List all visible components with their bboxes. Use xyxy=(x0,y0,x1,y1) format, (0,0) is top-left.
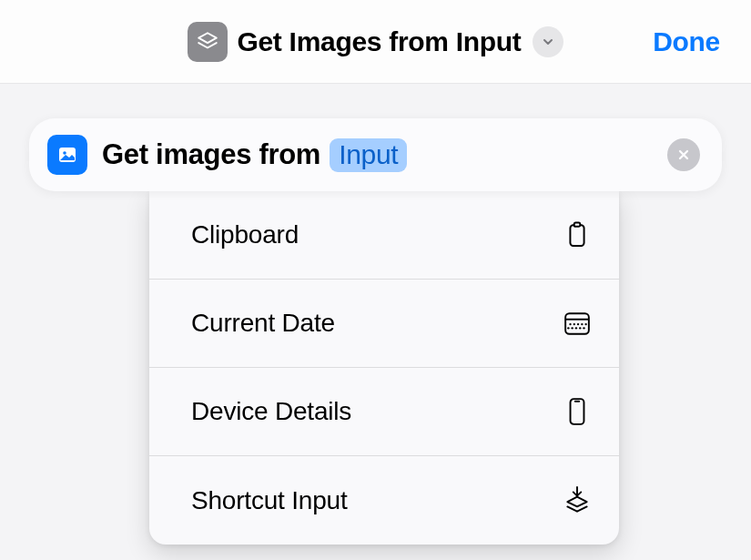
svg-point-14 xyxy=(579,327,581,329)
done-button[interactable]: Done xyxy=(653,26,720,57)
action-card: Get images from Input xyxy=(29,118,722,191)
action-text: Get images from Input xyxy=(102,138,407,172)
svg-point-15 xyxy=(583,327,584,329)
menu-item-current-date[interactable]: Current Date xyxy=(149,280,619,368)
svg-point-6 xyxy=(569,323,571,325)
action-prefix: Get images from xyxy=(102,138,320,171)
close-icon[interactable] xyxy=(667,138,700,171)
svg-rect-16 xyxy=(571,399,584,424)
chevron-down-icon[interactable] xyxy=(533,26,563,57)
shortcut-input-icon xyxy=(561,486,594,515)
menu-item-shortcut-input[interactable]: Shortcut Input xyxy=(149,456,619,545)
svg-point-7 xyxy=(573,323,575,325)
image-icon xyxy=(47,135,87,175)
menu-item-device-details[interactable]: Device Details xyxy=(149,368,619,456)
svg-point-10 xyxy=(584,323,586,325)
svg-point-9 xyxy=(581,323,583,325)
svg-point-12 xyxy=(571,327,573,329)
svg-point-1 xyxy=(63,151,66,155)
layers-icon xyxy=(188,22,228,62)
svg-point-13 xyxy=(575,327,577,329)
menu-item-label: Current Date xyxy=(191,309,335,338)
menu-item-clipboard[interactable]: Clipboard xyxy=(149,191,619,280)
page-title: Get Images from Input xyxy=(237,26,521,57)
menu-item-label: Shortcut Input xyxy=(191,486,348,515)
svg-point-8 xyxy=(577,323,579,325)
header-title-group: Get Images from Input xyxy=(188,22,563,62)
calendar-icon xyxy=(561,311,594,336)
clipboard-icon xyxy=(561,220,594,249)
variable-picker-menu: Clipboard Current Date Device Details xyxy=(149,191,619,545)
svg-point-11 xyxy=(567,327,569,329)
svg-rect-17 xyxy=(574,401,580,402)
editor-header: Get Images from Input Done xyxy=(0,0,751,84)
variable-token[interactable]: Input xyxy=(330,138,407,172)
menu-item-label: Clipboard xyxy=(191,220,299,249)
svg-rect-2 xyxy=(570,225,584,246)
editor-body: Get images from Input Clipboard Current … xyxy=(0,84,751,560)
menu-item-label: Device Details xyxy=(191,397,351,426)
phone-icon xyxy=(561,397,594,426)
svg-rect-3 xyxy=(574,222,581,226)
